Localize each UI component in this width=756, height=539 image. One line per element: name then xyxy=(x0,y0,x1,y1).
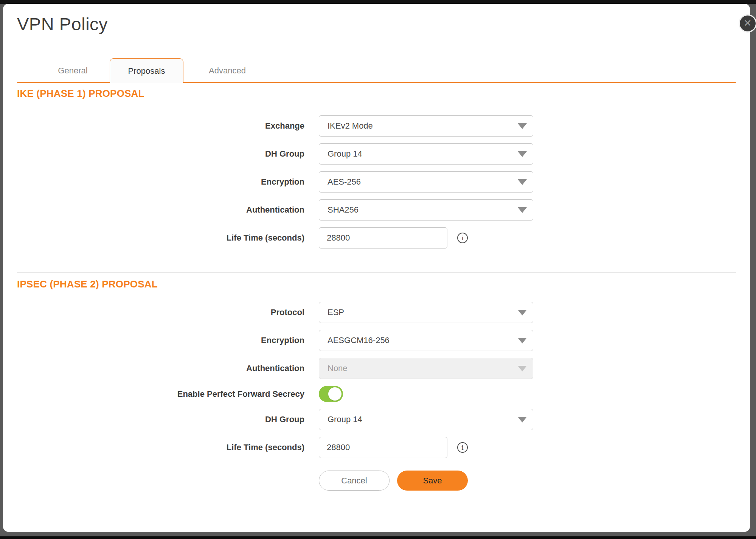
ipsec-phase2-form: Protocol ESP Encryption AESGCM16-256 Aut… xyxy=(17,302,533,465)
section-divider xyxy=(17,272,736,273)
protocol-label: Protocol xyxy=(17,308,304,317)
authentication-select[interactable]: SHA256 xyxy=(319,199,533,221)
chevron-down-icon xyxy=(518,310,527,315)
top-frame-strip xyxy=(0,0,756,4)
dh-group-label: DH Group xyxy=(17,149,304,159)
save-button[interactable]: Save xyxy=(397,471,468,491)
tab-advanced-label: Advanced xyxy=(209,66,246,76)
toggle-knob xyxy=(328,387,342,401)
tab-general-label: General xyxy=(58,66,87,76)
dh-group-row-phase2: DH Group Group 14 xyxy=(17,409,533,430)
chevron-down-icon xyxy=(518,366,527,371)
info-icon[interactable]: i xyxy=(457,442,468,453)
protocol-row: Protocol ESP xyxy=(17,302,533,323)
authentication-select-phase2-disabled: None xyxy=(319,358,533,379)
chevron-down-icon xyxy=(518,179,527,185)
encryption-label: Encryption xyxy=(17,177,304,187)
screen-background: VPN Policy General Proposals Advanced IK… xyxy=(0,0,756,539)
encryption-label-phase2: Encryption xyxy=(17,336,304,345)
section-heading-ipsec-phase2: IPSEC (PHASE 2) PROPOSAL xyxy=(17,278,158,290)
chevron-down-icon xyxy=(518,338,527,343)
tab-proposals-label: Proposals xyxy=(128,66,165,76)
page-title: VPN Policy xyxy=(17,14,108,34)
encryption-select-phase2[interactable]: AESGCM16-256 xyxy=(319,330,533,351)
tab-general[interactable]: General xyxy=(36,58,110,83)
protocol-select[interactable]: ESP xyxy=(319,302,533,323)
encryption-select[interactable]: AES-256 xyxy=(319,171,533,193)
authentication-label-phase2: Authentication xyxy=(17,363,304,373)
close-icon: ✕ xyxy=(744,18,752,28)
ike-phase1-form: Exchange IKEv2 Mode DH Group Group 14 En… xyxy=(17,115,533,255)
tab-proposals[interactable]: Proposals xyxy=(110,58,183,83)
authentication-row: Authentication SHA256 xyxy=(17,199,533,221)
dh-group-select-phase2[interactable]: Group 14 xyxy=(319,409,533,430)
encryption-row: Encryption AES-256 xyxy=(17,171,533,193)
ipsec-life-time-input[interactable] xyxy=(319,437,447,458)
exchange-select[interactable]: IKEv2 Mode xyxy=(319,115,533,137)
pfs-row: Enable Perfect Forward Secrecy xyxy=(17,386,533,402)
dialog-footer: Cancel Save xyxy=(319,471,468,491)
dh-group-select[interactable]: Group 14 xyxy=(319,143,533,165)
life-time-row: Life Time (seconds) i xyxy=(17,227,533,249)
cancel-button[interactable]: Cancel xyxy=(319,471,390,491)
life-time-label: Life Time (seconds) xyxy=(17,233,304,243)
chevron-down-icon xyxy=(518,207,527,213)
encryption-row-phase2: Encryption AESGCM16-256 xyxy=(17,330,533,351)
chevron-down-icon xyxy=(518,151,527,157)
chevron-down-icon xyxy=(518,417,527,423)
tab-advanced[interactable]: Advanced xyxy=(183,58,271,83)
chevron-down-icon xyxy=(518,123,527,129)
close-button[interactable]: ✕ xyxy=(739,14,756,33)
authentication-row-phase2: Authentication None xyxy=(17,358,533,379)
info-icon[interactable]: i xyxy=(457,233,468,243)
exchange-row: Exchange IKEv2 Mode xyxy=(17,115,533,137)
pfs-label: Enable Perfect Forward Secrecy xyxy=(17,389,304,399)
authentication-label: Authentication xyxy=(17,205,304,215)
life-time-label-phase2: Life Time (seconds) xyxy=(17,443,304,452)
tab-bar: General Proposals Advanced xyxy=(17,58,736,83)
vpn-policy-dialog: VPN Policy General Proposals Advanced IK… xyxy=(3,4,750,532)
life-time-row-phase2: Life Time (seconds) i xyxy=(17,437,533,458)
dh-group-row: DH Group Group 14 xyxy=(17,143,533,165)
section-heading-ike-phase1: IKE (PHASE 1) PROPOSAL xyxy=(17,88,144,99)
bottom-frame-strip xyxy=(0,536,756,539)
ike-life-time-input[interactable] xyxy=(319,227,447,249)
perfect-forward-secrecy-toggle[interactable] xyxy=(319,386,343,402)
exchange-label: Exchange xyxy=(17,121,304,131)
dh-group-label-phase2: DH Group xyxy=(17,415,304,424)
